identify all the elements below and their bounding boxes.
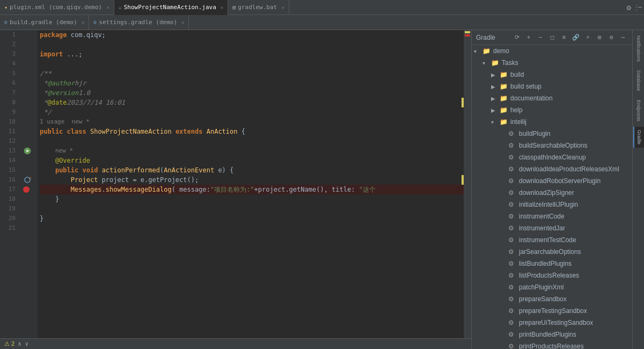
link-button[interactable]: 🔗 <box>571 33 581 42</box>
tree-item-jarSearchableOptions[interactable]: ▶ ⚙ jarSearchableOptions <box>472 246 632 258</box>
tree-item-buildSearchableOptions[interactable]: ▶ ⚙ buildSearchableOptions <box>472 140 632 151</box>
tree-item-build-setup[interactable]: ▶ 📁 build setup <box>472 81 632 92</box>
gear-icon-buildPlugin: ⚙ <box>508 130 517 137</box>
gutter-run-icon[interactable] <box>23 146 32 156</box>
ln-17: 17 <box>0 185 18 194</box>
sidebar-tab-endpoints[interactable]: Endpoints <box>634 97 643 125</box>
tree-label-downloadZipSigner: downloadZipSigner <box>519 189 574 197</box>
tree-item-instrumentedJar[interactable]: ▶ ⚙ instrumentedJar <box>472 222 632 234</box>
expand-button[interactable]: □ <box>547 33 557 42</box>
tree-item-downloadIdeaProductReleasesXml[interactable]: ▶ ⚙ downloadIdeaProductReleasesXml <box>472 163 632 175</box>
ln-10: 10 <box>0 117 18 127</box>
tab-settings-gradle-close[interactable]: ✕ <box>181 20 184 25</box>
tree-item-listBundledPlugins[interactable]: ▶ ⚙ listBundledPlugins <box>472 258 632 270</box>
gear-icon-instrumentedJar: ⚙ <box>508 224 517 232</box>
ln-8: 8 <box>0 98 18 107</box>
tree-item-help[interactable]: ▶ 📁 help <box>472 104 632 116</box>
tree-item-tasks[interactable]: ▾ 📁 Tasks <box>472 57 632 69</box>
minus-button[interactable]: − <box>536 33 545 42</box>
tab-build-gradle[interactable]: ⚙ build.gradle (demo) ✕ <box>0 15 89 30</box>
tree-item-prepareUiTestingSandbox[interactable]: ▶ ⚙ prepareUiTestingSandbox <box>472 317 632 329</box>
tab-plugin-xml[interactable]: ✦ plugin.xml (com.qiqv.demo) ✕ <box>0 0 114 15</box>
code-text-area[interactable]: package com.qiqv; import ...; /** * @aut… <box>38 30 464 338</box>
code-line-11: public class ShowProjectNameAction exten… <box>40 127 464 136</box>
code-line-21 <box>40 223 464 233</box>
tree-item-build[interactable]: ▶ 📁 build <box>472 69 632 81</box>
gear-icon-instrumentCode: ⚙ <box>508 213 517 220</box>
tree-item-prepareSandbox[interactable]: ▶ ⚙ prepareSandbox <box>472 293 632 305</box>
code-line-12 <box>40 136 464 146</box>
java-icon: ☕ <box>119 4 122 10</box>
tab-build-gradle-close[interactable]: ✕ <box>82 20 84 25</box>
ln-1: 1 <box>0 30 18 40</box>
ln-18: 18 <box>0 194 18 204</box>
tab-gradlew-bat-close[interactable]: ✕ <box>281 5 284 10</box>
tree-label-jarSearchableOptions: jarSearchableOptions <box>519 248 581 256</box>
sidebar-tab-notifications[interactable]: Notifications <box>634 32 643 65</box>
tab-gradlew-bat[interactable]: ▤ gradlew.bat ✕ <box>228 0 289 15</box>
code-line-7: * @version 1.0 <box>40 88 464 98</box>
sidebar-tab-gradle[interactable]: Gradle <box>633 127 644 148</box>
code-line-6: * @author hjr <box>40 78 464 88</box>
gradle-icon-2: ⚙ <box>93 19 97 25</box>
tree-item-buildPlugin[interactable]: ▶ ⚙ buildPlugin <box>472 128 632 140</box>
gear-icon-listBundledPlugins: ⚙ <box>508 260 517 267</box>
gear-icon-instrumentTestCode: ⚙ <box>508 236 517 244</box>
tree-item-printBundledPlugins[interactable]: ▶ ⚙ printBundledPlugins <box>472 329 632 340</box>
tab-show-action-label: ShowProjectNameAction.java <box>124 4 216 11</box>
bat-icon: ▤ <box>232 4 236 10</box>
tab-show-action[interactable]: ☕ ShowProjectNameAction.java ✕ <box>114 0 229 15</box>
tab-settings-gradle[interactable]: ⚙ settings.gradle (demo) ✕ <box>89 15 189 30</box>
breakpoint-icon[interactable] <box>23 186 30 193</box>
tree-item-listProductsReleases[interactable]: ▶ ⚙ listProductsReleases <box>472 270 632 281</box>
tree-item-downloadZipSigner[interactable]: ▶ ⚙ downloadZipSigner <box>472 187 632 199</box>
gradle-tree[interactable]: ▾ 📁 demo ▾ 📁 Tasks ▶ 📁 build ▶ 📁 build s… <box>472 45 632 349</box>
tree-arrow-build-setup: ▶ <box>491 84 500 90</box>
tree-item-prepareTestingSandbox[interactable]: ▶ ⚙ prepareTestingSandbox <box>472 305 632 317</box>
tab-plugin-xml-close[interactable]: ✕ <box>106 5 109 10</box>
gear-icon-printBundledPlugins: ⚙ <box>508 331 517 338</box>
gear-icon-printProductsReleases: ⚙ <box>508 343 517 349</box>
ln-12: 12 <box>0 136 18 146</box>
ln-20: 20 <box>0 214 18 223</box>
tree-item-classpathIndexCleanup[interactable]: ▶ ⚙ classpathIndexCleanup <box>472 151 632 163</box>
tree-item-downloadRobotServerPlugin[interactable]: ▶ ⚙ downloadRobotServerPlugin <box>472 175 632 187</box>
more-button[interactable]: ⋯ <box>618 33 628 42</box>
tree-label-buildSearchableOptions: buildSearchableOptions <box>519 142 587 149</box>
margin-warning-1 <box>465 31 470 33</box>
ln-2: 2 <box>0 40 18 49</box>
search-button[interactable]: ⌕ <box>583 33 592 42</box>
tree-item-demo[interactable]: ▾ 📁 demo <box>472 45 632 57</box>
code-editor: 1 2 3 4 5 6 7 8 9 10 11 12 13 14 15 16 1… <box>0 30 471 349</box>
tree-item-intellij[interactable]: ▾ 📁 intellij <box>472 116 632 128</box>
add-button[interactable]: + <box>524 33 533 42</box>
gear-icon-downloadRobotServerPlugin: ⚙ <box>508 177 517 185</box>
tree-item-patchPluginXml[interactable]: ▶ ⚙ patchPluginXml <box>472 281 632 293</box>
editor-gutter: ⚡ <box>21 30 38 338</box>
tree-item-initializeIntelliJPlugin[interactable]: ▶ ⚙ initializeIntelliJPlugin <box>472 199 632 210</box>
tree-label-listProductsReleases: listProductsReleases <box>519 272 579 279</box>
ln-11: 11 <box>0 127 18 136</box>
collapse-button[interactable]: ≡ <box>559 33 569 42</box>
gear-icon-prepareTestingSandbox: ⚙ <box>508 307 517 315</box>
tree-item-printProductsReleases[interactable]: ▶ ⚙ printProductsReleases <box>472 340 632 349</box>
tab-build-gradle-label: build.gradle (demo) <box>10 19 77 26</box>
tree-arrow-help: ▶ <box>491 107 500 113</box>
tree-item-instrumentTestCode[interactable]: ▶ ⚙ instrumentTestCode <box>472 234 632 246</box>
main-content: 1 2 3 4 5 6 7 8 9 10 11 12 13 14 15 16 1… <box>0 30 644 349</box>
refresh-button[interactable]: ⟳ <box>512 33 522 42</box>
code-line-9: */ <box>40 107 464 117</box>
sidebar-tab-database[interactable]: Database <box>634 67 643 94</box>
tree-arrow-documentation: ▶ <box>491 96 500 101</box>
ln-16: 16 <box>0 175 18 185</box>
tree-label-listBundledPlugins: listBundledPlugins <box>519 260 572 267</box>
filter-button[interactable]: ⊞ <box>595 33 604 42</box>
tree-item-instrumentCode[interactable]: ▶ ⚙ instrumentCode <box>472 210 632 222</box>
code-line-18: } <box>40 194 464 204</box>
tree-label-build-setup: build setup <box>510 83 541 90</box>
settings-button[interactable]: ⚙ <box>606 33 616 42</box>
tree-label-printProductsReleases: printProductsReleases <box>519 343 584 349</box>
tab-show-action-close[interactable]: ✕ <box>221 5 223 10</box>
tree-item-documentation[interactable]: ▶ 📁 documentation <box>472 92 632 104</box>
ln-7: 7 <box>0 88 18 98</box>
